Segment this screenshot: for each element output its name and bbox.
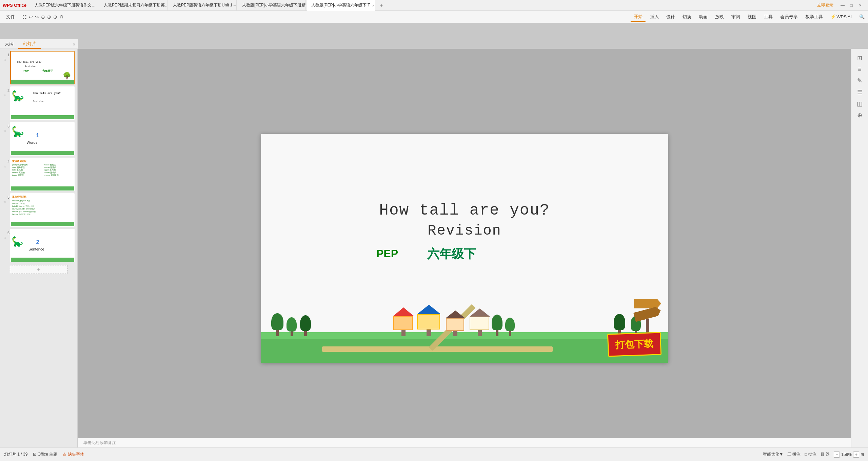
redo-icon[interactable]: ↪ xyxy=(35,14,39,20)
slide-thumb-1[interactable]: 1 ☆ How tall are you? Revision PEP 六年级下 … xyxy=(10,51,75,84)
panel-icon-5[interactable]: ◫ xyxy=(857,100,863,107)
s2-thumb-title: How tall are you? xyxy=(33,92,61,95)
panel-icon-6[interactable]: ⊕ xyxy=(857,112,862,119)
slide-star-5: ☆ xyxy=(3,200,6,204)
s1-thumb-pep: PEP xyxy=(23,69,29,72)
view-tabs: 大纲 幻灯片 « xyxy=(0,39,78,49)
s2-thumb-dino-icon: 🦕 xyxy=(12,90,24,102)
add-slide-btn[interactable]: + xyxy=(10,265,67,274)
title-bar: WPS Office 人教PEP版六年级下册英语作文…× 人教PEP版期末复习六… xyxy=(0,0,868,11)
menu-slideshow[interactable]: 放映 xyxy=(712,13,727,21)
slide-thumb-2[interactable]: 2 ☆ 🦕 How tall are you? Revision xyxy=(10,86,75,120)
slide-info: 幻灯片 1 / 39 xyxy=(4,452,27,457)
slide-num-5: 5 xyxy=(3,195,9,199)
tab-5-active[interactable]: 人教版[PEP]小学英语六年级下 T× xyxy=(307,0,375,11)
new-tab-btn[interactable]: + xyxy=(376,2,386,8)
s1-thumb-grass xyxy=(11,80,74,84)
house-4 xyxy=(470,308,490,336)
s1-thumb-grade: 六年级下 xyxy=(42,69,53,73)
menu-teaching[interactable]: 教学工具 xyxy=(802,13,826,21)
view-tab-outline[interactable]: 大纲 xyxy=(0,40,18,48)
s4-thumb-grass xyxy=(11,186,74,191)
s6-thumb-word: Sentence xyxy=(28,247,44,251)
zoom-control: − 159% + ⊞ xyxy=(834,452,864,458)
note-area[interactable]: 单击此处添加备注 xyxy=(78,438,851,447)
panel-icon-3[interactable]: ✎ xyxy=(857,77,862,84)
s6-thumb-grass xyxy=(11,258,74,262)
sidebar-collapse-btn[interactable]: « xyxy=(73,41,78,47)
tab-4[interactable]: 人教版[PEP]小学英语六年级下册精…× xyxy=(238,0,306,11)
note-placeholder: 单击此处添加备注 xyxy=(83,440,116,446)
menu-file[interactable]: 文件 xyxy=(3,13,18,21)
login-btn[interactable]: 立即登录 xyxy=(814,2,836,9)
tab-1[interactable]: 人教PEP版六年级下册英语作文…× xyxy=(31,0,98,11)
s5-thumb-words: dinosaur 恐龙 hall 大厅 metre 米 than 比 both … xyxy=(12,199,36,216)
note-btn[interactable]: □ 批注 xyxy=(805,452,816,457)
s2-thumb-rev: Revision xyxy=(33,100,44,103)
reset-icon[interactable]: ⊙ xyxy=(53,14,57,20)
refresh-icon[interactable]: ♻ xyxy=(59,14,64,20)
tab-2[interactable]: 人教PEP版期末复习六年级下册英…× xyxy=(100,0,167,11)
tree-far-left-1 xyxy=(271,313,283,336)
menu-search-icon[interactable]: 🔍 xyxy=(856,13,868,21)
theme-info: ⊡ Office 主题 xyxy=(33,452,57,457)
minimize-btn[interactable]: — xyxy=(839,2,846,9)
zoom-in-icon[interactable]: ⊕ xyxy=(47,14,51,20)
maximize-btn[interactable]: □ xyxy=(848,2,855,9)
menu-tools[interactable]: 工具 xyxy=(761,13,776,21)
s4-thumb-header: 重点单词词组 xyxy=(12,160,26,163)
slide-star-1: ☆ xyxy=(3,58,6,61)
tree-far-right xyxy=(614,314,625,336)
s3-thumb-grass xyxy=(11,151,74,155)
menu-vip[interactable]: 会员专享 xyxy=(777,13,801,21)
slide-thumb-4[interactable]: 4 ☆ 重点单词词组 younger 更年轻的 older 更年长的 talle… xyxy=(10,158,75,191)
menu-animate[interactable]: 动画 xyxy=(695,13,711,21)
menu-view[interactable]: 视图 xyxy=(744,13,760,21)
zoom-out-icon[interactable]: ⊖ xyxy=(41,14,45,20)
slide-num-2: 2 xyxy=(3,88,9,93)
view-icons: 目 器 xyxy=(821,452,830,457)
panel-icon-2[interactable]: ≡ xyxy=(858,66,862,73)
menu-design[interactable]: 设计 xyxy=(663,13,678,21)
tab-1-close[interactable]: × xyxy=(98,3,98,7)
panel-icon-4[interactable]: ☰ xyxy=(857,88,863,96)
smart-optimize-btn[interactable]: 智能优化▼ xyxy=(763,452,783,457)
close-btn[interactable]: × xyxy=(856,2,864,9)
download-badge[interactable]: 打包下载 xyxy=(607,332,662,357)
slide-title-line1: How tall are you? xyxy=(261,202,668,219)
sign-arrow-1 xyxy=(634,299,661,308)
slide-star-4: ☆ xyxy=(3,164,6,168)
tab-3[interactable]: 人教PEP版英语六年级下册Unit 1 – L× xyxy=(169,0,237,11)
tree-mid-right-1 xyxy=(492,315,502,336)
view-tab-slides[interactable]: 幻灯片 xyxy=(18,39,41,49)
slide-num-1: 1 xyxy=(3,53,9,57)
menu-ai[interactable]: ⚡ WPS AI xyxy=(827,13,855,21)
slide-thumb-5[interactable]: 5 ☆ 重点单词词组 dinosaur 恐龙 hall 大厅 metre 米 t… xyxy=(10,193,75,227)
s1-thumb-tree-icon: 🌳 xyxy=(63,72,71,80)
zoom-fit-btn[interactable]: ⊞ xyxy=(861,452,864,457)
tree-mid-left xyxy=(300,315,311,336)
slide-preview-3: 🦕 1 Words xyxy=(11,123,74,155)
slide-num-6: 6 xyxy=(3,231,9,235)
s6-thumb-number: 2 xyxy=(36,239,39,245)
panel-icon-1[interactable]: ⊞ xyxy=(857,54,862,62)
slide-thumb-6[interactable]: 6 ☆ 🦕 2 Sentence xyxy=(10,229,75,262)
fit-btn[interactable]: 三 拼注 xyxy=(787,452,801,457)
toolbar-menu-icon[interactable]: ☷ xyxy=(22,14,27,20)
menu-insert[interactable]: 插入 xyxy=(647,13,662,21)
menu-review[interactable]: 审阅 xyxy=(728,13,744,21)
zoom-level: 159% xyxy=(841,452,852,457)
tab-5-close[interactable]: × xyxy=(372,3,374,7)
s2-thumb-grass xyxy=(11,115,74,119)
zoom-out-btn[interactable]: − xyxy=(834,452,840,458)
slide-num-3: 3 xyxy=(3,124,9,128)
menu-switch[interactable]: 切换 xyxy=(679,13,695,21)
undo-icon[interactable]: ↩ xyxy=(29,14,33,20)
slide-grade-label: 六年级下 xyxy=(427,246,476,262)
zoom-in-btn[interactable]: + xyxy=(853,452,859,458)
slide-title-area: How tall are you? Revision xyxy=(261,202,668,239)
slide-num-4: 4 xyxy=(3,160,9,164)
menu-start[interactable]: 开始 xyxy=(630,12,646,22)
s5-thumb-grass xyxy=(11,222,74,226)
slide-thumb-3[interactable]: 3 ☆ 🦕 1 Words xyxy=(10,122,75,156)
